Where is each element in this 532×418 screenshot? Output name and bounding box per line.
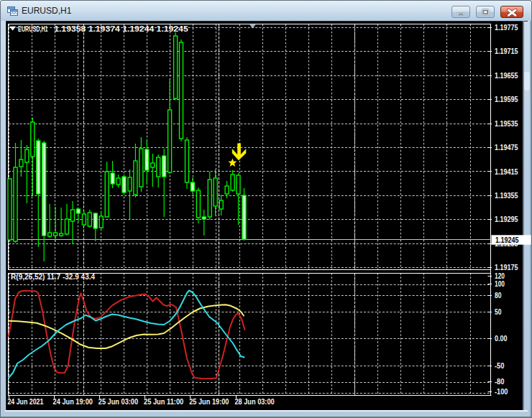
- svg-text:1.19655: 1.19655: [495, 71, 518, 80]
- svg-text:1.19475: 1.19475: [495, 143, 518, 152]
- svg-text:28 Jun 03:00: 28 Jun 03:00: [234, 397, 274, 406]
- svg-text:R(9,26,52) 11.7 -32.9 43.4: R(9,26,52) 11.7 -32.9 43.4: [11, 272, 96, 281]
- svg-text:24 Jun 2021: 24 Jun 2021: [7, 397, 43, 406]
- svg-text:25 Jun 11:00: 25 Jun 11:00: [144, 397, 183, 406]
- svg-text:-100: -100: [495, 387, 508, 396]
- svg-text:50: 50: [495, 307, 502, 316]
- svg-text:-50: -50: [495, 361, 505, 370]
- svg-text:25 Jun 19:00: 25 Jun 19:00: [189, 397, 229, 406]
- svg-text:1.19295: 1.19295: [495, 215, 518, 223]
- svg-text:1.19245: 1.19245: [495, 236, 519, 244]
- svg-text:1.19355: 1.19355: [495, 191, 518, 200]
- svg-text:EURUSD,H1: EURUSD,H1: [18, 24, 48, 33]
- svg-text:1.19415: 1.19415: [495, 167, 518, 176]
- svg-text:80: 80: [495, 291, 502, 299]
- svg-text:1.19595: 1.19595: [495, 95, 518, 103]
- svg-text:-80: -80: [495, 377, 505, 386]
- svg-text:120: 120: [495, 271, 505, 280]
- svg-text:1.19175: 1.19175: [495, 263, 518, 271]
- svg-text:1.19775: 1.19775: [495, 23, 518, 32]
- svg-text:0.00: 0.00: [495, 334, 508, 343]
- svg-text:25 Jun 03:00: 25 Jun 03:00: [98, 397, 138, 406]
- svg-text:1.19358 1.19374 1.19244 1.1924: 1.19358 1.19374 1.19244 1.19245: [54, 24, 188, 33]
- svg-text:1.19715: 1.19715: [495, 47, 518, 55]
- svg-text:100: 100: [495, 279, 505, 288]
- svg-text:1.19535: 1.19535: [495, 119, 518, 128]
- svg-text:24 Jun 19:00: 24 Jun 19:00: [53, 397, 93, 406]
